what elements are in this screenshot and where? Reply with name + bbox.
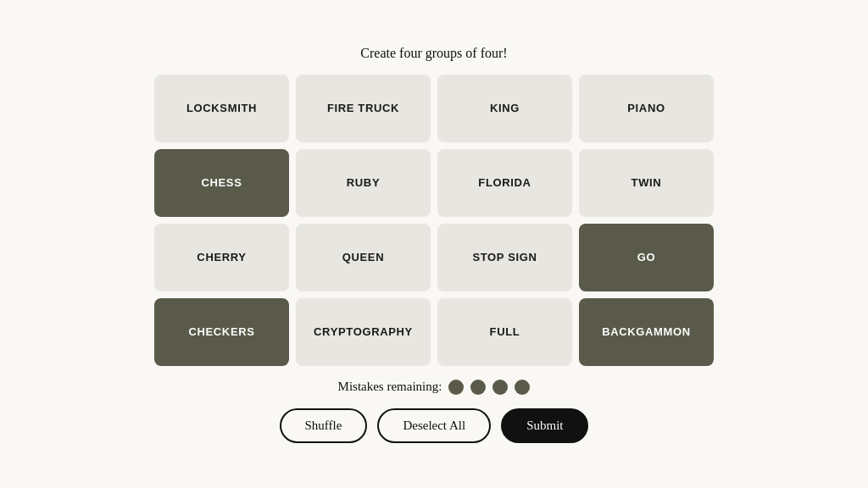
tile-cryptography[interactable]: CRYPTOGRAPHY <box>296 298 431 366</box>
main-container: Create four groups of four! LOCKSMITHFIR… <box>154 46 714 443</box>
tile-cherry[interactable]: CHERRY <box>154 224 289 291</box>
mistake-dot-1 <box>448 380 464 395</box>
deselect-all-button[interactable]: Deselect All <box>377 408 491 443</box>
tile-stop-sign[interactable]: STOP SIGN <box>437 224 572 291</box>
tile-locksmith[interactable]: LOCKSMITH <box>154 75 289 142</box>
mistake-dot-4 <box>515 380 530 395</box>
mistake-dot-3 <box>492 380 508 395</box>
tile-twin[interactable]: TWIN <box>579 149 714 217</box>
tile-piano[interactable]: PIANO <box>579 75 714 142</box>
mistakes-dots <box>448 380 530 395</box>
tile-go[interactable]: GO <box>579 224 714 291</box>
tile-queen[interactable]: QUEEN <box>296 224 431 291</box>
tile-king[interactable]: KING <box>437 75 572 142</box>
submit-button[interactable]: Submit <box>501 408 588 443</box>
mistake-dot-2 <box>470 380 486 395</box>
mistakes-row: Mistakes remaining: <box>338 380 531 395</box>
tile-full[interactable]: FULL <box>437 298 572 366</box>
tile-fire-truck[interactable]: FIRE TRUCK <box>296 75 431 142</box>
tile-checkers[interactable]: CHECKERS <box>154 298 289 366</box>
instruction-text: Create four groups of four! <box>360 46 507 61</box>
buttons-row: Shuffle Deselect All Submit <box>280 408 589 443</box>
tile-ruby[interactable]: RUBY <box>296 149 431 217</box>
tile-florida[interactable]: FLORIDA <box>437 149 572 217</box>
tile-chess[interactable]: CHESS <box>154 149 289 217</box>
tile-backgammon[interactable]: BACKGAMMON <box>579 298 714 366</box>
shuffle-button[interactable]: Shuffle <box>280 408 368 443</box>
tile-grid: LOCKSMITHFIRE TRUCKKINGPIANOCHESSRUBYFLO… <box>154 75 714 366</box>
mistakes-label: Mistakes remaining: <box>338 380 442 394</box>
